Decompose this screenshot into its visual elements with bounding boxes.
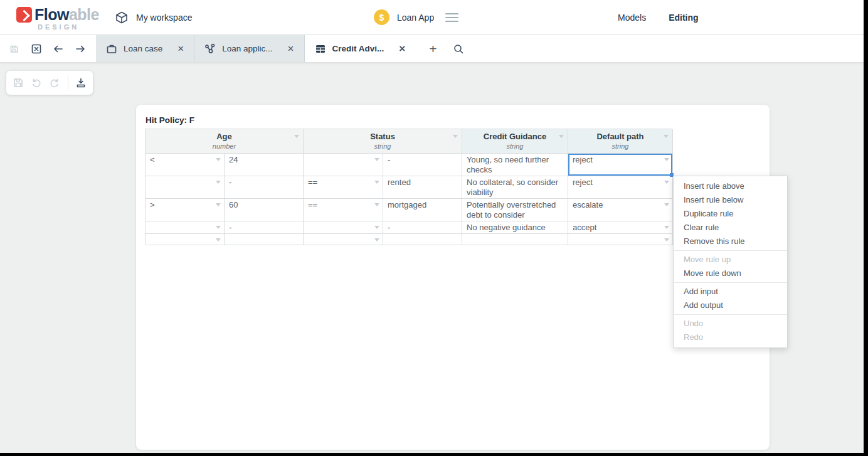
dropdown-icon[interactable] — [664, 158, 669, 161]
table-header: Age number Status string Credit Guidance… — [146, 129, 672, 154]
column-header-age[interactable]: Age number — [146, 129, 304, 154]
status-operator-cell[interactable] — [304, 234, 383, 245]
redo-icon[interactable] — [48, 75, 61, 91]
age-value-cell[interactable]: - — [225, 221, 304, 234]
dropdown-icon[interactable] — [664, 181, 669, 184]
age-value-cell[interactable] — [225, 234, 304, 245]
credit-guidance-cell[interactable]: Young, so need further checks — [462, 154, 568, 176]
navigate-forward-button[interactable] — [72, 41, 88, 57]
dropdown-icon[interactable] — [216, 238, 221, 241]
flowable-design-app: Flowable DESIGN My workspace $ Loan App … — [0, 0, 864, 453]
age-value-cell[interactable]: - — [225, 176, 304, 199]
filter-icon[interactable] — [294, 135, 299, 138]
nav-editing[interactable]: Editing — [669, 13, 698, 23]
dropdown-icon[interactable] — [216, 203, 221, 206]
close-all-tabs-button[interactable] — [28, 41, 45, 57]
new-tab-button[interactable]: + — [429, 42, 437, 55]
status-operator-cell[interactable] — [304, 221, 383, 234]
column-header-default-path[interactable]: Default path string — [568, 129, 673, 154]
age-operator-cell[interactable] — [146, 221, 225, 234]
column-header-credit-guidance[interactable]: Credit Guidance string — [462, 129, 568, 154]
status-value-cell[interactable]: mortgaged — [383, 199, 462, 221]
save-button[interactable] — [11, 75, 24, 91]
close-tab-icon[interactable]: × — [399, 43, 405, 54]
dropdown-icon[interactable] — [374, 158, 379, 161]
context-menu-item[interactable]: Add input — [674, 285, 787, 299]
undo-icon[interactable] — [29, 75, 43, 91]
save-all-button[interactable] — [6, 41, 23, 57]
dropdown-icon[interactable] — [374, 226, 379, 229]
age-operator-cell[interactable] — [146, 234, 225, 245]
status-value-cell[interactable]: - — [383, 221, 462, 234]
search-icon[interactable] — [450, 41, 467, 57]
tab-label: Loan case — [124, 44, 162, 53]
credit-guidance-cell[interactable]: Potentially overstretched debt to consid… — [462, 199, 568, 221]
status-operator-cell[interactable] — [304, 154, 383, 176]
dropdown-icon[interactable] — [374, 238, 379, 241]
default-path-cell[interactable]: accept — [568, 221, 673, 234]
context-menu-item[interactable]: Add output — [674, 299, 787, 312]
age-operator-cell[interactable]: > — [146, 199, 225, 221]
credit-guidance-cell[interactable]: No negative guidance — [462, 221, 568, 234]
dropdown-icon[interactable] — [216, 226, 221, 229]
column-header-status[interactable]: Status string — [304, 129, 462, 154]
toolbar-divider — [68, 75, 68, 90]
age-value-cell[interactable]: 24 — [225, 154, 304, 176]
default-path-cell[interactable]: escalate — [568, 199, 673, 221]
table-icon — [315, 43, 326, 55]
default-path-cell[interactable]: reject — [568, 176, 673, 199]
nav-models[interactable]: Models — [618, 13, 646, 23]
table-body: < 24 - Young, so need further checks rej… — [146, 154, 672, 245]
filter-icon[interactable] — [559, 135, 564, 138]
dropdown-icon[interactable] — [374, 181, 379, 184]
dropdown-icon[interactable] — [216, 181, 221, 184]
tab-loan-case[interactable]: Loan case × — [96, 35, 194, 62]
context-menu-item[interactable]: Undo — [674, 317, 787, 331]
navigate-back-button[interactable] — [50, 41, 66, 57]
age-operator-cell[interactable] — [146, 176, 225, 199]
tab-label: Loan applic... — [222, 44, 272, 53]
brand-subtitle: DESIGN — [38, 23, 99, 31]
context-menu-item[interactable]: Move rule up — [674, 253, 787, 267]
context-menu-item[interactable]: Remove this rule — [674, 235, 787, 248]
dropdown-icon[interactable] — [664, 203, 669, 206]
tab-strip-actions — [0, 35, 96, 62]
context-menu-item[interactable]: Insert rule below — [674, 193, 787, 207]
cube-icon — [115, 11, 129, 24]
context-menu-item[interactable]: Duplicate rule — [674, 207, 787, 221]
dropdown-icon[interactable] — [374, 203, 379, 206]
hamburger-menu-icon[interactable] — [445, 13, 458, 22]
context-menu-item[interactable]: Move rule down — [674, 267, 787, 280]
app-selector[interactable]: $ Loan App — [374, 0, 458, 34]
filter-icon[interactable] — [453, 135, 458, 138]
menu-divider — [674, 250, 787, 251]
default-path-cell[interactable]: reject — [568, 154, 673, 176]
dropdown-icon[interactable] — [664, 226, 669, 229]
flowable-logo-icon — [16, 7, 32, 23]
dropdown-icon[interactable] — [216, 158, 221, 161]
download-model-button[interactable] — [75, 75, 88, 91]
tab-credit-advice[interactable]: Credit Advi... × — [305, 35, 416, 62]
status-value-cell[interactable]: rented — [383, 176, 462, 199]
brand-text: Flowable — [34, 6, 99, 24]
credit-guidance-cell[interactable] — [462, 234, 568, 245]
context-menu-item[interactable]: Clear rule — [674, 221, 787, 235]
credit-guidance-cell[interactable]: No collateral, so consider viability — [462, 176, 568, 199]
close-tab-icon[interactable]: × — [288, 43, 294, 54]
context-menu-item[interactable]: Redo — [674, 331, 787, 344]
status-value-cell[interactable] — [383, 234, 462, 245]
workspace-selector[interactable]: My workspace — [115, 0, 192, 34]
age-value-cell[interactable]: 60 — [225, 199, 304, 221]
tab-strip: Loan case × Loan applic... × Credit Advi… — [0, 35, 864, 62]
age-operator-cell[interactable]: < — [146, 154, 225, 176]
close-tab-icon[interactable]: × — [177, 43, 184, 54]
status-operator-cell[interactable]: == — [304, 199, 383, 221]
hit-policy-label: Hit Policy: F — [146, 115, 194, 125]
default-path-cell[interactable] — [568, 234, 673, 245]
status-operator-cell[interactable]: == — [304, 176, 383, 199]
tab-loan-application[interactable]: Loan applic... × — [194, 35, 304, 62]
dropdown-icon[interactable] — [664, 238, 669, 241]
context-menu-item[interactable]: Insert rule above — [674, 179, 787, 193]
status-value-cell[interactable]: - — [383, 154, 462, 176]
filter-icon[interactable] — [664, 135, 669, 138]
